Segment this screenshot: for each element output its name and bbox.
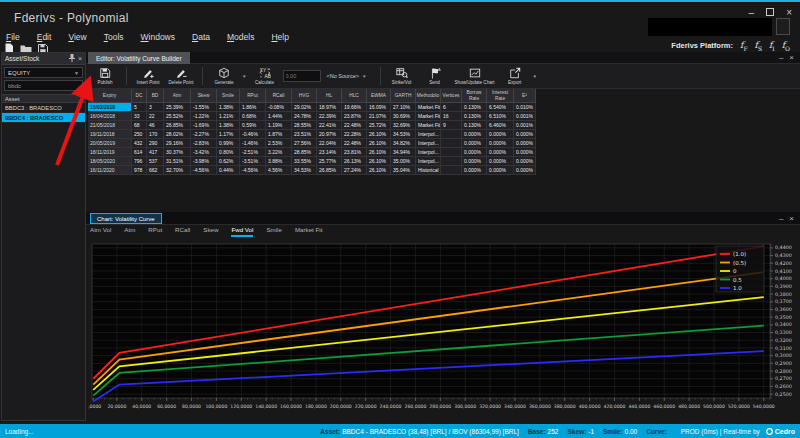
table-cell[interactable]: 0.130% bbox=[462, 121, 487, 130]
table-cell[interactable]: 614 bbox=[132, 148, 147, 157]
chart-tab-skew[interactable]: Skew bbox=[203, 226, 218, 237]
send-button[interactable]: ASend bbox=[420, 67, 450, 85]
table-cell[interactable]: -1.55% bbox=[191, 103, 217, 112]
chart-tab-rcall[interactable]: RCall bbox=[175, 226, 190, 237]
table-cell[interactable]: 22.48% bbox=[342, 121, 367, 130]
table-cell[interactable]: 1.86% bbox=[240, 103, 266, 112]
table-cell[interactable]: 0.130% bbox=[462, 112, 487, 121]
table-cell[interactable]: 32.70% bbox=[164, 166, 191, 175]
table-cell[interactable]: 26.10% bbox=[367, 157, 391, 166]
panel-close-icon[interactable]: × bbox=[78, 55, 82, 62]
table-cell[interactable]: 26.85% bbox=[164, 121, 191, 130]
generate-button[interactable]: Generate bbox=[209, 67, 239, 85]
minimize-button[interactable]: – bbox=[749, 8, 755, 18]
table-cell[interactable]: -4.56% bbox=[191, 166, 217, 175]
table-cell[interactable]: 0.000% bbox=[514, 157, 536, 166]
table-cell[interactable]: 30.69% bbox=[391, 112, 416, 121]
chart-tab-atm[interactable]: Atm bbox=[124, 226, 135, 237]
table-cell[interactable]: Interpol... bbox=[416, 148, 441, 157]
table-cell[interactable]: 432 bbox=[132, 139, 147, 148]
table-cell[interactable]: 1.87% bbox=[266, 130, 292, 139]
table-cell[interactable]: 23.51% bbox=[292, 130, 317, 139]
table-cell[interactable]: 28.55% bbox=[292, 121, 317, 130]
table-cell[interactable]: 0.130% bbox=[462, 103, 487, 112]
table-cell[interactable]: 6.510% bbox=[487, 112, 514, 121]
table-cell[interactable]: 18/05/2020 bbox=[88, 157, 132, 166]
table-cell[interactable]: 34.53% bbox=[292, 166, 317, 175]
table-cell[interactable]: 1.38% bbox=[217, 121, 240, 130]
table-cell[interactable]: 537 bbox=[147, 157, 164, 166]
table-cell[interactable]: -2.83% bbox=[191, 139, 217, 148]
table-cell[interactable]: 0.68% bbox=[240, 112, 266, 121]
table-cell[interactable]: -3.51% bbox=[240, 157, 266, 166]
table-cell[interactable]: 23.87% bbox=[342, 112, 367, 121]
chart-tab-market-fit[interactable]: Market Fit bbox=[295, 226, 323, 237]
table-cell[interactable]: 250 bbox=[132, 130, 147, 139]
table-cell[interactable]: 978 bbox=[132, 166, 147, 175]
menu-view[interactable]: View bbox=[66, 31, 88, 43]
table-cell[interactable]: -0.46% bbox=[240, 130, 266, 139]
table-cell[interactable]: 170 bbox=[147, 130, 164, 139]
table-cell[interactable]: -3.42% bbox=[191, 148, 217, 157]
menu-tools[interactable]: Tools bbox=[102, 31, 126, 43]
table-cell[interactable]: -2.51% bbox=[240, 148, 266, 157]
table-cell[interactable]: 34.82% bbox=[391, 139, 416, 148]
insert-point-button[interactable]: Insert Point bbox=[133, 67, 163, 85]
table-cell[interactable]: 0.000% bbox=[514, 166, 536, 175]
maximize-button[interactable] bbox=[766, 8, 774, 18]
table-cell[interactable]: 33 bbox=[132, 112, 147, 121]
platform-fS-icon[interactable]: fS bbox=[755, 40, 762, 52]
table-cell[interactable]: 23.14% bbox=[317, 148, 342, 157]
value-input[interactable] bbox=[283, 70, 321, 82]
table-cell[interactable]: -1.22% bbox=[191, 112, 217, 121]
menu-edit[interactable]: Edit bbox=[35, 31, 54, 43]
table-cell[interactable]: 1.17% bbox=[217, 130, 240, 139]
table-cell[interactable]: 16 bbox=[441, 112, 462, 121]
table-cell[interactable]: 29.16% bbox=[164, 139, 191, 148]
chart-pane-minimize-icon[interactable]: – bbox=[779, 215, 783, 223]
table-cell[interactable] bbox=[441, 148, 462, 157]
table-cell[interactable]: 0.000% bbox=[514, 148, 536, 157]
table-cell[interactable]: 35.04% bbox=[391, 166, 416, 175]
calculate-button[interactable]: XYABCalculate bbox=[250, 67, 280, 85]
table-cell[interactable]: 28.02% bbox=[164, 130, 191, 139]
table-cell[interactable]: -1.69% bbox=[191, 121, 217, 130]
table-cell[interactable]: 22.04% bbox=[317, 139, 342, 148]
chart-tab-atm-vol[interactable]: Atm Vol bbox=[90, 226, 111, 237]
table-cell[interactable]: 0.000% bbox=[462, 139, 487, 148]
table-cell[interactable]: 0.000% bbox=[462, 148, 487, 157]
table-cell[interactable] bbox=[441, 157, 462, 166]
table-cell[interactable]: 6.460% bbox=[487, 121, 514, 130]
table-cell[interactable]: -0.08% bbox=[266, 103, 292, 112]
table-cell[interactable]: 1.21% bbox=[217, 112, 240, 121]
show-update-chart-button[interactable]: Show/Update Chart bbox=[453, 67, 497, 85]
pin-icon[interactable] bbox=[69, 54, 75, 63]
chevron-down-icon[interactable]: ▾ bbox=[534, 73, 537, 79]
menu-models[interactable]: Models bbox=[225, 31, 256, 43]
table-cell[interactable]: 0.44% bbox=[217, 166, 240, 175]
asset-filter-input[interactable] bbox=[8, 83, 79, 89]
table-cell[interactable]: 0.80% bbox=[217, 148, 240, 157]
table-cell[interactable]: 15/03/2018 bbox=[88, 103, 132, 112]
table-cell[interactable]: 18.97% bbox=[317, 103, 342, 112]
publish-button[interactable]: Publish bbox=[90, 67, 120, 85]
table-cell[interactable]: Interpol... bbox=[416, 157, 441, 166]
table-cell[interactable]: 25.72% bbox=[367, 121, 391, 130]
table-cell[interactable]: 16.09% bbox=[367, 103, 391, 112]
table-cell[interactable]: 3.22% bbox=[266, 148, 292, 157]
table-cell[interactable]: 28.85% bbox=[292, 148, 317, 157]
table-cell[interactable]: 6.540% bbox=[487, 103, 514, 112]
table-cell[interactable]: Market Fit bbox=[416, 121, 441, 130]
table-cell[interactable]: 2.53% bbox=[266, 139, 292, 148]
table-cell[interactable]: -2.27% bbox=[191, 130, 217, 139]
chart-tab-rput[interactable]: RPut bbox=[148, 226, 162, 237]
table-cell[interactable]: 20.97% bbox=[317, 130, 342, 139]
strike-vol-button[interactable]: Strike/Vol bbox=[387, 67, 417, 85]
table-cell[interactable]: 22 bbox=[147, 112, 164, 121]
table-cell[interactable]: 35.00% bbox=[391, 157, 416, 166]
table-cell[interactable]: 0.000% bbox=[487, 130, 514, 139]
menu-data[interactable]: Data bbox=[190, 31, 212, 43]
table-cell[interactable]: 0.000% bbox=[514, 130, 536, 139]
table-cell[interactable]: 33.55% bbox=[292, 157, 317, 166]
table-cell[interactable]: 29.02% bbox=[292, 103, 317, 112]
